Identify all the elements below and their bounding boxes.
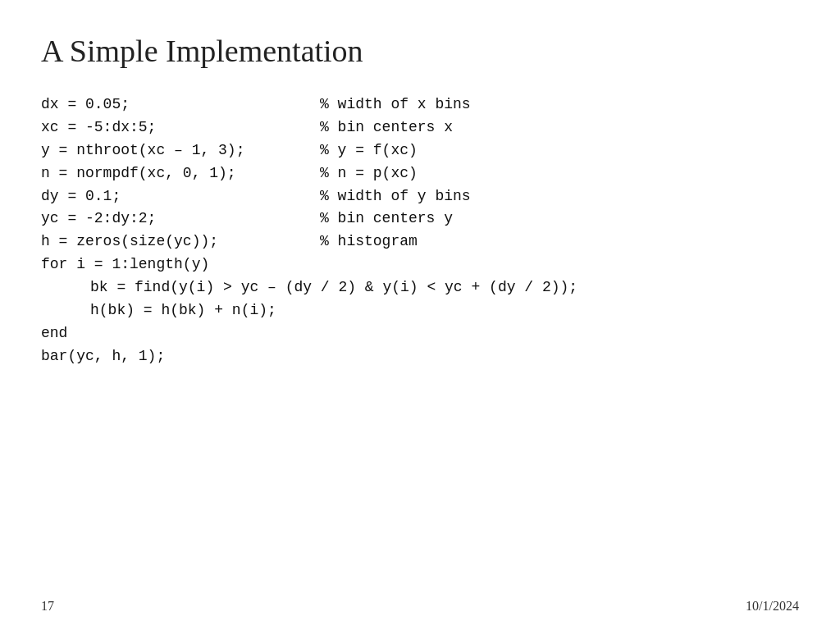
code-stmt-8: for i = 1:length(y) — [41, 253, 320, 276]
code-line-10: h(bk) = h(bk) + n(i); — [41, 299, 799, 322]
code-line-8: for i = 1:length(y) — [41, 253, 799, 276]
code-line-6: yc = -2:dy:2; % bin centers y — [41, 208, 799, 231]
code-line-1: dx = 0.05; % width of x bins — [41, 94, 799, 116]
code-stmt-3: y = nthroot(xc – 1, 3); — [41, 139, 320, 162]
code-line-7: h = zeros(size(yc)); % histogram — [41, 231, 799, 253]
page-number: 17 — [41, 599, 54, 614]
code-line-2: xc = -5:dx:5; % bin centers x — [41, 116, 799, 139]
code-line-5: dy = 0.1; % width of y bins — [41, 185, 799, 208]
code-stmt-6: yc = -2:dy:2; — [41, 208, 320, 231]
code-stmt-5: dy = 0.1; — [41, 185, 320, 208]
code-block: dx = 0.05; % width of x bins xc = -5:dx:… — [41, 94, 799, 368]
code-comment-6: % bin centers y — [320, 208, 453, 231]
code-stmt-12: bar(yc, h, 1); — [41, 345, 320, 368]
code-line-11: end — [41, 322, 799, 345]
code-line-4: n = normpdf(xc, 0, 1); % n = p(xc) — [41, 162, 799, 185]
code-stmt-1: dx = 0.05; — [41, 94, 320, 116]
code-line-9: bk = find(y(i) > yc – (dy / 2) & y(i) < … — [41, 276, 799, 299]
code-stmt-9: bk = find(y(i) > yc – (dy / 2) & y(i) < … — [90, 276, 578, 299]
code-comment-5: % width of y bins — [320, 185, 471, 208]
code-stmt-7: h = zeros(size(yc)); — [41, 231, 320, 253]
code-comment-1: % width of x bins — [320, 94, 471, 116]
code-comment-4: % n = p(xc) — [320, 162, 418, 185]
code-line-12: bar(yc, h, 1); — [41, 345, 799, 368]
slide-date: 10/1/2024 — [746, 599, 799, 614]
code-stmt-11: end — [41, 322, 320, 345]
code-stmt-2: xc = -5:dx:5; — [41, 116, 320, 139]
code-comment-7: % histogram — [320, 231, 418, 253]
code-comment-2: % bin centers x — [320, 116, 453, 139]
code-comment-3: % y = f(xc) — [320, 139, 418, 162]
code-line-3: y = nthroot(xc – 1, 3); % y = f(xc) — [41, 139, 799, 162]
slide-title: A Simple Implementation — [41, 33, 799, 69]
code-stmt-10: h(bk) = h(bk) + n(i); — [90, 299, 369, 322]
slide: A Simple Implementation dx = 0.05; % wid… — [0, 0, 840, 630]
footer: 17 10/1/2024 — [41, 599, 799, 614]
code-stmt-4: n = normpdf(xc, 0, 1); — [41, 162, 320, 185]
